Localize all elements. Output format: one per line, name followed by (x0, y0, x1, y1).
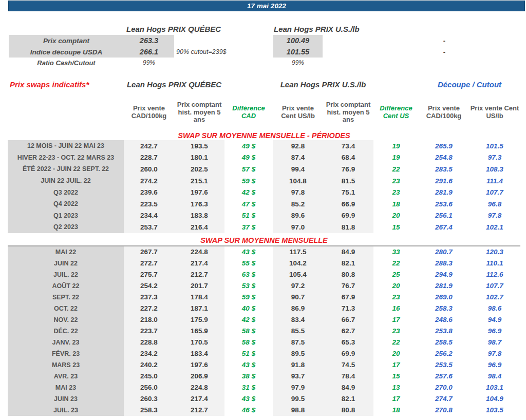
cell-difference-cad: 43 $ (224, 246, 273, 258)
cell-cutout-us: 103.5 (469, 405, 520, 416)
table-row: JUIL. 23258.3212.746 $98.880.818270.8103… (8, 405, 520, 416)
cell-prix-vente-cad: 218.0 (124, 314, 174, 326)
column-header-hist-cad: Prix comptant hist. moyen 5 ans (174, 97, 224, 128)
cell-prix-vente-cad: 274.2 (124, 175, 174, 187)
cell-hist-cad: 183.8 (174, 210, 224, 222)
cell-cutout-cad: 270.8 (419, 405, 469, 416)
cell-hist-cad: 197.6 (174, 359, 224, 371)
cell-prix-vente-us: 91.8 (273, 359, 323, 371)
cell-prix-vente-cad: 228.8 (124, 337, 174, 348)
cell-prix-vente-us: 92.8 (273, 140, 323, 152)
swaps-section: Prix swaps indicatifs* Lean Hogs PRIX QU… (8, 79, 520, 416)
cell-difference-cad: 49 $ (224, 140, 273, 152)
cell-hist-cad: 165.9 (174, 326, 224, 337)
cell-hist-cad: 216.4 (174, 221, 224, 233)
table-row: ÉTÉ 2022 - JUIN 22 SEPT. 22260.0202.557 … (8, 163, 520, 175)
summary-row-value: 263.3 (124, 35, 174, 46)
cell-prix-vente-cad: 253.7 (124, 221, 174, 233)
table-row: AVR. 23245.0206.938 $93.778.415257.698.4 (8, 371, 520, 382)
cell-hist-us: 82.1 (323, 393, 373, 405)
cell-prix-vente-cad: 240.2 (124, 359, 174, 371)
row-label: MARS 23 (8, 359, 124, 371)
cell-cutout-cad: 258.5 (419, 337, 469, 348)
cell-cutout-cad: 253.5 (419, 359, 469, 371)
cell-difference-cad: 51 $ (224, 348, 273, 359)
cell-prix-vente-cad: 223.5 (124, 198, 174, 210)
cell-difference-us: 33 (373, 246, 419, 258)
cell-difference-cad: 58 $ (224, 326, 273, 337)
cell-hist-cad: 212.7 (174, 405, 224, 416)
table-row: OCT. 22227.2187.140 $86.971.316258.398.6 (8, 303, 520, 314)
ratio-value-quebec: 99% (124, 58, 174, 67)
group-header-row: Prix swaps indicatifs* Lean Hogs PRIX QU… (8, 79, 520, 90)
row-label: JUIL. 22 (8, 269, 124, 280)
cell-cutout-us: 97.8 (469, 348, 520, 359)
cell-difference-cad: 31 $ (224, 382, 273, 393)
cell-prix-vente-us: 97.0 (273, 221, 323, 233)
cell-prix-vente-us: 89.6 (273, 210, 323, 222)
row-label: ÉTÉ 2022 - JUIN 22 SEPT. 22 (8, 163, 124, 175)
table-row: AOÛT 22254.2201.753 $97.276.720281.9107.… (8, 280, 520, 292)
cell-hist-cad: 180.1 (174, 152, 224, 164)
column-header-difference-us: Différence Cent US (373, 97, 419, 128)
cell-prix-vente-us: 83.4 (273, 314, 323, 326)
cell-hist-cad: 217.4 (174, 393, 224, 405)
cell-difference-us: 23 (373, 186, 419, 198)
row-label: JUIN 22 (8, 258, 124, 269)
cell-prix-vente-us: 85.5 (273, 326, 323, 337)
cell-cutout-cad: 280.7 (419, 246, 469, 258)
cell-prix-vente-cad: 275.7 (124, 269, 174, 280)
row-label: FÉVR. 23 (8, 348, 124, 359)
cell-prix-vente-cad: 223.7 (124, 326, 174, 337)
cell-difference-cad: 42 $ (224, 186, 273, 198)
cell-difference-us: 15 (373, 371, 419, 382)
cell-hist-us: 78.4 (323, 371, 373, 382)
row-label: AVR. 23 (8, 371, 124, 382)
cell-cutout-us: 98.4 (469, 371, 520, 382)
cell-hist-us: 67.9 (323, 292, 373, 303)
cell-cutout-us: 102.7 (469, 292, 520, 303)
cell-hist-cad: 176.3 (174, 198, 224, 210)
cell-hist-cad: 175.9 (174, 314, 224, 326)
cell-cutout-cad: 294.9 (419, 269, 469, 280)
cell-hist-cad: 193.5 (174, 140, 224, 152)
cell-prix-vente-us: 87.5 (273, 337, 323, 348)
cell-cutout-cad: 281.9 (419, 280, 469, 292)
cell-difference-us: 17 (373, 314, 419, 326)
date-banner: 17 mai 2022 (8, 1, 525, 11)
cell-cutout-us: 96.9 (469, 326, 520, 337)
cell-hist-cad: 215.1 (174, 175, 224, 187)
cell-difference-us: 13 (373, 382, 419, 393)
table-row: JUIL. 22275.7212.763 $105.480.825294.911… (8, 269, 520, 280)
cell-hist-us: 66.9 (323, 198, 373, 210)
cell-difference-cad: 58 $ (224, 337, 273, 348)
column-header-spacer (8, 97, 124, 128)
summary-row-label: Prix comptant (9, 35, 124, 46)
ratio-value-us: 99% (273, 58, 323, 67)
cell-prix-vente-cad: 245.0 (124, 371, 174, 382)
cell-hist-cad: 201.7 (174, 280, 224, 292)
cell-difference-us: 18 (373, 198, 419, 210)
swaps-title: Prix swaps indicatifs* (8, 79, 124, 90)
cell-difference-cad: 49 $ (224, 152, 273, 164)
cell-prix-vente-cad: 234.4 (124, 210, 174, 222)
cell-prix-vente-us: 104.2 (273, 258, 323, 269)
table-periodes: 12 MOIS - JUIN 22 MAI 23242.7193.549 $92… (8, 140, 520, 233)
cell-difference-cad: 46 $ (224, 405, 273, 416)
cell-cutout-us: 101.5 (469, 140, 520, 152)
cell-hist-cad: 224.8 (174, 246, 224, 258)
cell-hist-us: 84.9 (323, 246, 373, 258)
group-header-us: Lean Hogs PRIX U.S./lb (273, 79, 373, 90)
cell-cutout-us: 96.8 (469, 198, 520, 210)
cell-cutout-us: 111.4 (469, 175, 520, 187)
summary-us-header: Lean Hogs PRIX U.S./lb (274, 25, 360, 33)
cell-difference-cad: 57 $ (224, 163, 273, 175)
cell-prix-vente-us: 89.5 (273, 348, 323, 359)
cell-prix-vente-cad: 267.7 (124, 246, 174, 258)
cell-cutout-cad: 248.6 (419, 314, 469, 326)
cell-hist-us: 80.8 (323, 269, 373, 280)
cell-hist-us: 65.3 (323, 337, 373, 348)
cell-hist-cad: 206.9 (174, 371, 224, 382)
column-header-prix-vente-cad: Prix vente CAD/100kg (124, 97, 174, 128)
column-header-cutout-us: Prix vente Cent US/lb (469, 97, 520, 128)
